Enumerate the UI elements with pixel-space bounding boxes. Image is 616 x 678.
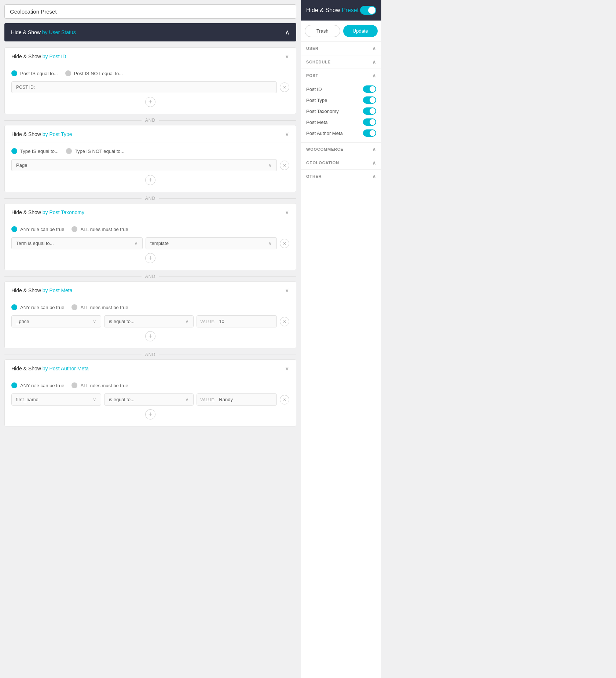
post-author-meta-value-label: VALUE: [200,397,215,402]
section-header-post-taxonomy[interactable]: Hide & Show by Post Taxonomy ∨ [5,204,296,221]
section-header-post-type[interactable]: Hide & Show by Post Type ∨ [5,125,296,143]
sidebar-group-chevron-user: ∧ [372,45,376,51]
post-meta-value-label: VALUE: [200,319,215,324]
sidebar-item-label-post-4: Post Author Meta [306,131,343,136]
section-body-post-type: Type IS equal to... Type IS NOT equal to… [5,143,296,192]
sidebar-item-post-1: Post Type [306,95,376,106]
preset-name-input[interactable] [4,4,296,19]
section-header-post-id[interactable]: Hide & Show by Post ID ∨ [5,48,296,65]
sidebar-group-header-user[interactable]: USER ∧ [301,42,381,55]
radio-dot-post-meta-1 [72,304,77,310]
and-divider-2: AND [4,272,296,281]
section-title-post-meta: Hide & Show by Post Meta [11,287,73,293]
taxonomy-term-chevron: ∨ [134,241,138,246]
sidebar-item-toggle-post-3[interactable] [363,118,376,126]
sidebar-item-toggle-knob-post-4 [370,130,375,136]
section-chevron-post-author-meta: ∨ [285,365,289,372]
post-meta-condition-chevron: ∨ [185,319,189,324]
sidebar-group-chevron-post: ∧ [372,73,376,78]
toggle-option-post-id-1[interactable]: Post IS NOT equal to... [65,70,123,76]
section-post-id: Hide & Show by Post ID ∨ Post IS equal t… [4,47,296,114]
sidebar-item-toggle-knob-post-0 [370,86,375,92]
post-id-input[interactable] [11,81,277,93]
post-type-select[interactable]: Page ∨ [11,159,277,171]
post-taxonomy-row: Term is equal to... ∨ template ∨ × [11,237,289,249]
section-title-post-taxonomy: Hide & Show by Post Taxonomy [11,209,84,215]
sidebar-item-toggle-post-1[interactable] [363,96,376,104]
add-rule-post-author-meta[interactable]: + [145,409,155,419]
sidebar-group-post: POST ∧ Post ID Post Type Post Taxonomy P… [301,69,381,142]
post-author-meta-condition-chevron: ∨ [185,397,189,402]
post-meta-key-select[interactable]: _price ∨ [11,315,101,327]
sidebar-item-label-post-2: Post Taxonomy [306,109,339,114]
taxonomy-term-select[interactable]: Term is equal to... ∨ [11,237,143,249]
user-status-chevron: ∧ [285,28,290,36]
sidebar-group-header-geolocation[interactable]: GEOLOCATION ∧ [301,156,381,169]
post-type-row: Page ∨ × [11,159,289,171]
sidebar-group-label-post: POST [306,73,318,78]
sidebar-group-header-post[interactable]: POST ∧ [301,69,381,82]
sidebar-item-toggle-knob-post-1 [370,97,375,103]
sidebar-item-label-post-1: Post Type [306,98,327,103]
section-header-post-meta[interactable]: Hide & Show by Post Meta ∨ [5,282,296,299]
toggle-option-post-meta-1[interactable]: ALL rules must be true [72,304,128,310]
toggle-option-post-meta-0[interactable]: ANY rule can be true [11,304,64,310]
toggle-option-post-taxonomy-1[interactable]: ALL rules must be true [72,226,128,232]
section-chevron-post-type: ∨ [285,131,289,138]
post-meta-condition-select[interactable]: is equal to... ∨ [104,315,194,327]
toggle-option-post-type-1[interactable]: Type IS NOT equal to... [66,148,125,154]
sidebar-item-toggle-post-0[interactable] [363,85,376,93]
toggle-group-post-author-meta: ANY rule can be true ALL rules must be t… [11,382,289,388]
toggle-group-post-meta: ANY rule can be true ALL rules must be t… [11,304,289,310]
sidebar-main-toggle[interactable] [360,6,376,15]
section-post-type: Hide & Show by Post Type ∨ Type IS equal… [4,125,296,192]
update-button[interactable]: Update [343,25,378,37]
radio-dot-post-taxonomy-0 [11,226,17,232]
sidebar-group-geolocation: GEOLOCATION ∧ [301,156,381,169]
add-rule-post-meta[interactable]: + [145,331,155,341]
section-title-post-author-meta: Hide & Show by Post Author Meta [11,366,89,371]
taxonomy-remove[interactable]: × [280,239,289,248]
toggle-option-post-author-meta-0[interactable]: ANY rule can be true [11,382,64,388]
add-rule-post-id[interactable]: + [145,97,155,107]
radio-label-post-type-0: Type IS equal to... [20,149,59,154]
taxonomy-value-select[interactable]: template ∨ [146,237,277,249]
post-type-remove[interactable]: × [280,161,289,170]
toggle-option-post-id-0[interactable]: Post IS equal to... [11,70,58,76]
sidebar-group-label-other: OTHER [306,174,322,179]
post-meta-value-wrapper: VALUE: [197,315,277,327]
toggle-option-post-type-0[interactable]: Type IS equal to... [11,148,59,154]
user-status-title: Hide & Show by User Status [11,29,76,35]
sidebar-header: Hide & Show Preset [301,0,381,21]
sidebar-item-toggle-post-4[interactable] [363,129,376,137]
toggle-option-post-author-meta-1[interactable]: ALL rules must be true [72,382,128,388]
sidebar-group-chevron-other: ∧ [372,173,376,179]
radio-dot-post-author-meta-1 [72,382,77,388]
sidebar-group-header-woocommerce[interactable]: WOOCOMMERCE ∧ [301,143,381,156]
sidebar-group-chevron-schedule: ∧ [372,59,376,65]
post-meta-remove[interactable]: × [280,317,289,326]
post-id-remove[interactable]: × [280,83,289,92]
toggle-group-post-type: Type IS equal to... Type IS NOT equal to… [11,148,289,154]
sidebar-group-header-schedule[interactable]: SCHEDULE ∧ [301,55,381,69]
post-author-meta-remove[interactable]: × [280,395,289,404]
post-author-meta-key-select[interactable]: first_name ∨ [11,393,101,406]
add-rule-post-type[interactable]: + [145,175,155,185]
toggle-group-post-taxonomy: ANY rule can be true ALL rules must be t… [11,226,289,232]
section-body-post-author-meta: ANY rule can be true ALL rules must be t… [5,377,296,426]
radio-dot-post-author-meta-0 [11,382,17,388]
sidebar-item-toggle-knob-post-3 [370,119,375,125]
section-header-post-author-meta[interactable]: Hide & Show by Post Author Meta ∨ [5,360,296,377]
post-author-meta-key-chevron: ∨ [93,397,96,402]
post-author-meta-condition-select[interactable]: is equal to... ∨ [104,393,194,406]
radio-dot-post-type-1 [66,148,72,154]
sidebar-group-header-other[interactable]: OTHER ∧ [301,170,381,183]
trash-button[interactable]: Trash [305,25,340,37]
sidebar-item-toggle-post-2[interactable] [363,107,376,115]
sidebar-title: Hide & Show Preset [306,7,359,14]
section-chevron-post-taxonomy: ∨ [285,209,289,216]
user-status-bar[interactable]: Hide & Show by User Status ∧ [4,23,296,41]
sidebar-group-woocommerce: WOOCOMMERCE ∧ [301,142,381,156]
add-rule-post-taxonomy[interactable]: + [145,253,155,263]
toggle-option-post-taxonomy-0[interactable]: ANY rule can be true [11,226,64,232]
